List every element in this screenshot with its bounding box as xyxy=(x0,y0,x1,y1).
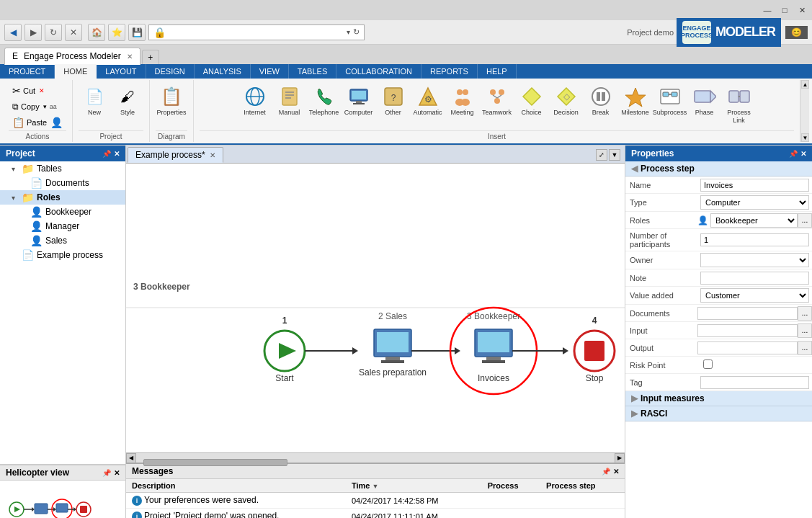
canvas-pin-button[interactable]: ▼ xyxy=(609,149,620,161)
insert-other-button[interactable]: ? Other xyxy=(378,83,409,119)
ribbon-tab-home[interactable]: HOME xyxy=(55,64,97,79)
canvas-tab-close[interactable]: ✕ xyxy=(210,151,215,159)
ribbon-tab-collaboration[interactable]: COLLABORATION xyxy=(336,64,421,79)
prop-select-owner[interactable] xyxy=(700,253,809,267)
prop-section-process-step[interactable]: ◀ Process step xyxy=(625,161,812,177)
prop-documents-ellipsis[interactable]: ... xyxy=(798,306,812,321)
refresh-button[interactable]: ↻ xyxy=(45,24,62,41)
scroll-left-button[interactable]: ◀ xyxy=(126,453,136,463)
ribbon-tab-layout[interactable]: LAYOUT xyxy=(97,64,146,79)
prop-input-input[interactable] xyxy=(697,324,798,337)
prop-section-input-measures[interactable]: ▶ Input measures xyxy=(625,391,812,406)
maximize-button[interactable]: □ xyxy=(779,4,790,16)
forward-button[interactable]: ▶ xyxy=(24,24,42,41)
messages-close-button[interactable]: ✕ xyxy=(613,468,619,475)
tree-item-manager[interactable]: 👤 Manager xyxy=(0,219,125,233)
prop-pin-button[interactable]: 📌 xyxy=(789,150,798,158)
svg-text:4: 4 xyxy=(592,316,597,326)
svg-rect-80 xyxy=(584,341,604,361)
prop-close-button[interactable]: ✕ xyxy=(800,150,806,158)
prop-roles-ellipsis[interactable]: ... xyxy=(798,213,812,228)
sidebar-pin-button[interactable]: 📌 xyxy=(102,150,111,158)
helicopter-pin-button[interactable]: 📌 xyxy=(102,469,111,477)
insert-phase-button[interactable]: Phase xyxy=(689,83,720,119)
canvas-scrollbar-h[interactable]: ◀ ▶ xyxy=(126,452,625,463)
prop-label-value-added: Value added xyxy=(625,289,697,302)
helicopter-close-button[interactable]: ✕ xyxy=(114,469,120,477)
svg-text:2 Sales: 2 Sales xyxy=(378,311,407,321)
insert-manual-button[interactable]: Manual xyxy=(274,83,305,119)
svg-rect-28 xyxy=(597,92,600,101)
save-button[interactable]: 💾 xyxy=(128,24,146,41)
paste-button[interactable]: 📋 Paste 👤 xyxy=(9,115,66,130)
minimize-button[interactable]: — xyxy=(762,4,773,16)
prop-select-roles[interactable]: Bookkeeper Manager Sales xyxy=(710,213,798,228)
address-input[interactable]: http://localhost/Modeler/ xyxy=(169,28,344,37)
tree-item-sales[interactable]: 👤 Sales xyxy=(0,233,125,248)
cut-button[interactable]: ✂ Cut ✕ xyxy=(9,83,66,99)
insert-teamwork-button[interactable]: Teamwork xyxy=(481,83,513,119)
prop-checkbox-risk-point[interactable] xyxy=(703,360,713,369)
copy-button[interactable]: ⧉ Copy ▾ aa xyxy=(9,99,66,114)
ribbon-tab-view[interactable]: VIEW xyxy=(251,64,289,79)
ribbon-tab-help[interactable]: HELP xyxy=(478,64,517,79)
insert-telephone-button[interactable]: Telephone xyxy=(308,83,340,119)
address-bar[interactable]: 🔒 http://localhost/Modeler/ ▾ ↻ xyxy=(148,24,365,40)
prop-input-note[interactable] xyxy=(700,272,809,285)
canvas-expand-button[interactable]: ⤢ xyxy=(596,149,607,161)
insert-subprocess-button[interactable]: Subprocess xyxy=(654,83,686,119)
main-tab[interactable]: E Engage Process Modeler ✕ xyxy=(4,48,140,65)
tree-item-example-process[interactable]: 📄 Example process xyxy=(0,248,125,262)
sidebar-close-button[interactable]: ✕ xyxy=(114,150,120,158)
insert-decision-button[interactable]: ◇ Decision xyxy=(550,83,582,119)
prop-label-name: Name xyxy=(625,179,697,192)
prop-input-ellipsis[interactable]: ... xyxy=(798,323,812,338)
messages-pin-button[interactable]: 📌 xyxy=(602,468,610,475)
tab-close-button[interactable]: ✕ xyxy=(127,53,133,61)
prop-input-output[interactable] xyxy=(697,341,798,354)
ribbon: PROJECT HOME LAYOUT DESIGN ANALYSIS VIEW… xyxy=(0,64,812,146)
ribbon-tab-analysis[interactable]: ANALYSIS xyxy=(195,64,251,79)
prop-input-documents[interactable] xyxy=(697,307,798,320)
insert-meeting-button[interactable]: Meeting xyxy=(447,83,478,119)
prop-select-value-added[interactable]: Customer Business None xyxy=(700,288,809,303)
ribbon-tab-reports[interactable]: REPORTS xyxy=(421,64,478,79)
insert-break-button[interactable]: Break xyxy=(585,83,617,119)
prop-select-type[interactable]: Computer Manual Telephone Internet Other xyxy=(700,195,809,210)
new-button[interactable]: 📄 New xyxy=(79,83,110,119)
tree-item-bookkeeper[interactable]: 👤 Bookkeeper xyxy=(0,205,125,219)
insert-computer-button[interactable]: Computer xyxy=(343,83,375,119)
insert-automatic-button[interactable]: ⚙ Automatic xyxy=(412,83,444,119)
canvas-tab-example[interactable]: Example process* ✕ xyxy=(128,147,223,163)
insert-internet-button[interactable]: Internet xyxy=(239,83,271,119)
insert-processlink-button[interactable]: Process Link xyxy=(723,83,755,127)
stop-button[interactable]: ✕ xyxy=(65,24,82,41)
scroll-thumb[interactable] xyxy=(143,459,287,466)
insert-choice-button[interactable]: Choice xyxy=(516,83,548,119)
style-button[interactable]: 🖌 Style xyxy=(112,83,143,119)
prop-input-participants[interactable] xyxy=(700,233,809,246)
ribbon-tab-tables[interactable]: TABLES xyxy=(289,64,336,79)
close-button[interactable]: ✕ xyxy=(796,4,808,16)
tree-item-documents[interactable]: 📄 Documents xyxy=(0,176,125,190)
prop-input-name[interactable] xyxy=(700,179,809,192)
scroll-right-button[interactable]: ▶ xyxy=(615,453,625,463)
home-button[interactable]: 🏠 xyxy=(88,24,105,41)
ribbon-scrollbar[interactable]: ▲ ▼ xyxy=(800,80,809,142)
tree-item-roles[interactable]: ▾ 📁 Roles xyxy=(0,190,125,205)
new-tab-button[interactable]: + xyxy=(142,50,159,64)
properties-button[interactable]: 📋 Properties xyxy=(156,83,187,119)
ribbon-tab-project[interactable]: PROJECT xyxy=(0,64,55,79)
ribbon-tabs: PROJECT HOME LAYOUT DESIGN ANALYSIS VIEW… xyxy=(0,64,812,79)
prop-output-ellipsis[interactable]: ... xyxy=(798,341,812,355)
tree-item-tables[interactable]: ▾ 📁 Tables xyxy=(0,161,125,176)
svg-rect-8 xyxy=(352,91,366,99)
favorites-button[interactable]: ⭐ xyxy=(108,24,125,41)
prop-section-rasci[interactable]: ▶ RASCI xyxy=(625,406,812,421)
svg-rect-38 xyxy=(740,91,749,102)
insert-milestone-button[interactable]: Milestone xyxy=(620,83,651,119)
prop-title: Properties xyxy=(631,148,674,158)
back-button[interactable]: ◀ xyxy=(4,24,22,41)
ribbon-tab-design[interactable]: DESIGN xyxy=(146,64,195,79)
prop-input-tag[interactable] xyxy=(700,376,809,389)
